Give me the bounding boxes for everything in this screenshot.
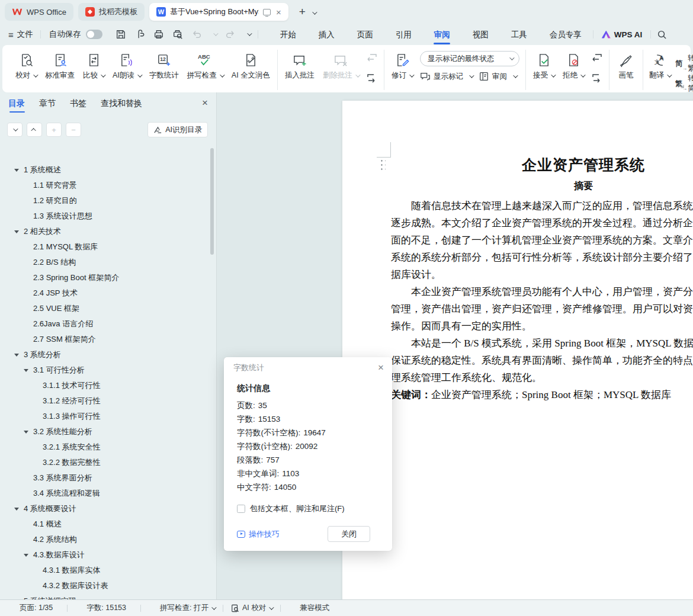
toc-item[interactable]: 2 相关技术	[0, 224, 216, 239]
undo-icon[interactable]	[191, 29, 202, 40]
toc-expand-all-button[interactable]	[7, 123, 23, 137]
status-item[interactable]: AI 校对	[215, 603, 272, 613]
ribbon-tab[interactable]: 会员专享	[550, 25, 582, 44]
tab-wps-office[interactable]: WPS Office	[5, 3, 73, 21]
ai-polish-button[interactable]: AI 全文润色	[228, 50, 274, 82]
compare-button[interactable]: 比较	[79, 50, 108, 82]
simplified-to-traditional-button[interactable]: 简 转繁	[675, 53, 693, 73]
toc-item[interactable]: 3.4 系统流程和逻辑	[0, 486, 216, 501]
word-count-button[interactable]: 12 字数统计	[146, 50, 182, 82]
toc-item[interactable]: 2.2 B/S 结构	[0, 255, 216, 270]
toc-item[interactable]: 1 系统概述	[0, 162, 216, 178]
close-tab-icon[interactable]: ×	[276, 8, 281, 17]
quick-access-more-icon[interactable]	[247, 31, 252, 36]
sidebar-tab[interactable]: 书签	[70, 94, 86, 113]
toc-item[interactable]: 3.1 可行性分析	[0, 362, 216, 378]
toc-item[interactable]: 5 系统详细实现	[0, 593, 216, 599]
toc-item[interactable]: 2.4 JSP 技术	[0, 285, 216, 301]
toc-item[interactable]: 4.2 系统结构	[0, 532, 216, 547]
export-pdf-icon[interactable]	[134, 29, 145, 40]
sidebar-tab[interactable]: 查找和替换	[101, 94, 142, 113]
print-icon[interactable]	[153, 29, 164, 40]
translate-button[interactable]: A文 翻译	[647, 50, 673, 82]
standard-review-button[interactable]: 标准审查	[41, 50, 78, 82]
toc-item[interactable]: 3.1.2 经济可行性	[0, 393, 216, 409]
save-icon[interactable]	[116, 29, 126, 40]
toc-item[interactable]: 2.5 VUE 框架	[0, 301, 216, 316]
insert-comment-button[interactable]: 插入批注	[281, 50, 318, 82]
toc-zoom-out-button[interactable]: −	[66, 123, 81, 137]
ribbon-tab[interactable]: 引用	[396, 25, 412, 44]
toc-item[interactable]: 4 系统概要设计	[0, 501, 216, 516]
document-text-line[interactable]: 保证系统的稳定性。系统具有界面清晰、操作简单，功能齐全的特点，	[391, 352, 693, 369]
present-monitor-icon[interactable]	[263, 9, 271, 15]
toc-caret-icon[interactable]	[14, 354, 24, 357]
document-body[interactable]: 随着信息技术在管理上越来越深入而广泛的应用，管理信息系统的逐步成熟。本文介绍了企…	[391, 197, 693, 403]
revise-button[interactable]: 修订	[388, 50, 416, 82]
document-text-line[interactable]: 理系统管理工作系统化、规范化。	[391, 369, 693, 386]
checkbox[interactable]	[237, 505, 245, 513]
dialog-header[interactable]: 字数统计 ×	[224, 357, 392, 378]
toc-item[interactable]: 3.3 系统界面分析	[0, 470, 216, 486]
toc-item[interactable]: 4.3.1 数据库实体	[0, 563, 216, 578]
document-text-line[interactable]: 操作。因而具有一定的实用性。	[391, 317, 693, 335]
sidebar-tab[interactable]: 章节	[39, 94, 56, 113]
tab-current-document[interactable]: W 基于Vue+Spring Boot+MyS ×	[149, 3, 288, 21]
tab-docer-template[interactable]: 找稻壳模板	[78, 3, 145, 21]
toc-item[interactable]: 2.3 Spring Boot 框架简介	[0, 270, 216, 285]
brush-button[interactable]: 画笔	[613, 50, 639, 82]
status-item[interactable]: 字数: 15153	[59, 603, 133, 613]
dialog-close-icon[interactable]: ×	[378, 362, 384, 374]
toc-item[interactable]: 2.1 MYSQL 数据库	[0, 239, 216, 255]
toc-caret-icon[interactable]	[24, 431, 33, 434]
toc-item[interactable]: 4.3.数据库设计	[0, 547, 216, 563]
status-item[interactable]: 兼容模式	[272, 603, 336, 613]
autosave-toggle[interactable]	[86, 30, 102, 39]
tips-link[interactable]: 操作技巧	[237, 529, 280, 540]
sidebar-close-icon[interactable]: ×	[202, 97, 208, 109]
document-text-line[interactable]: 本站是一个 B/S 模式系统，采用 Spring Boot 框架，MYSQL 数…	[391, 335, 693, 352]
document-text-line[interactable]: 本企业资产管理系统管理员功能有个人中心，用户管理，资产分类	[391, 283, 693, 300]
toc-collapse-all-button[interactable]	[27, 123, 42, 137]
toc-caret-icon[interactable]	[14, 230, 24, 233]
toc-item[interactable]: 4.3.2 数据库设计表	[0, 578, 216, 593]
toc-item[interactable]: 3.2.2 数据完整性	[0, 455, 216, 470]
toc-item[interactable]: 3.1.1 技术可行性	[0, 378, 216, 393]
previous-revision-icon[interactable]	[590, 51, 604, 65]
review-pane-button[interactable]: 审阅	[479, 71, 516, 82]
next-revision-icon[interactable]	[590, 71, 604, 85]
toc-item[interactable]: 2.6Java 语言介绍	[0, 316, 216, 332]
ribbon-tab[interactable]: 插入	[319, 25, 335, 44]
ai-recognize-toc-button[interactable]: AI识别目录	[147, 122, 208, 137]
ribbon-tab[interactable]: 页面	[357, 25, 373, 44]
dialog-close-button[interactable]: 关闭	[328, 526, 370, 542]
toc-item[interactable]: 3.2.1 系统安全性	[0, 439, 216, 455]
toc-zoom-in-button[interactable]: +	[46, 123, 62, 137]
document-text-line[interactable]: 随着信息技术在管理上越来越深入而广泛的应用，管理信息系统的	[391, 197, 693, 214]
next-comment-icon[interactable]	[365, 71, 379, 85]
toc-item[interactable]: 3.2 系统性能分析	[0, 424, 216, 439]
new-tab-button[interactable]: +	[299, 5, 306, 18]
toc-caret-icon[interactable]	[24, 369, 33, 372]
toc-caret-icon[interactable]	[14, 508, 24, 511]
toc-item[interactable]: 3.1.3 操作可行性	[0, 409, 216, 424]
show-markup-button[interactable]: 显示标记	[420, 71, 473, 82]
document-title[interactable]: 企业资产管理系统	[391, 155, 693, 175]
paragraph-drag-handle-icon[interactable]	[380, 159, 386, 170]
document-text-line[interactable]: 逐步成熟。本文介绍了企业资产管理系统的开发全过程。通过分析企业	[391, 214, 693, 232]
toc-item[interactable]: 1.1 研究背景	[0, 178, 216, 193]
document-text-line[interactable]: 系统的系统分析部分，包括可行性分析等，系统设计部分主要介绍了系	[391, 249, 693, 266]
status-item[interactable]: 拼写检查: 打开	[133, 603, 215, 613]
search-icon[interactable]	[657, 30, 667, 40]
toc-item[interactable]: 3 系统分析	[0, 347, 216, 362]
toc-item[interactable]: 4.1 概述	[0, 516, 216, 532]
ribbon-expand-icon[interactable]	[679, 83, 685, 89]
include-footnotes-option[interactable]: 包括文本框、脚注和尾注(F)	[237, 503, 379, 514]
ribbon-tab[interactable]: 视图	[473, 25, 489, 44]
previous-comment-icon[interactable]	[365, 51, 379, 65]
ribbon-tab[interactable]: 开始	[280, 25, 296, 44]
print-preview-icon[interactable]	[172, 29, 183, 40]
file-menu-button[interactable]: ≡ 文件	[0, 29, 40, 40]
reject-button[interactable]: 拒绝	[559, 50, 588, 82]
proofread-button[interactable]: 校对	[12, 50, 40, 82]
